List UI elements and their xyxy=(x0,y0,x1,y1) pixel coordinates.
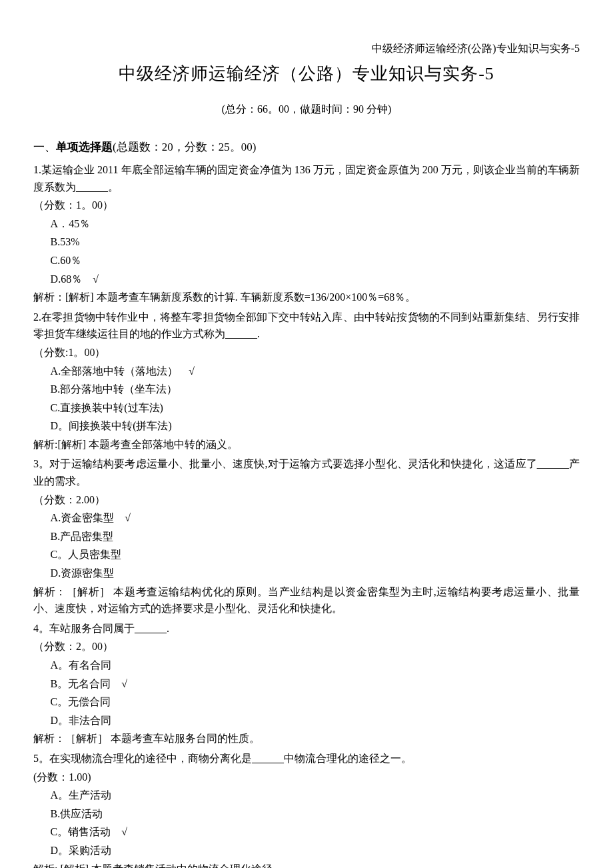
q1-stem-b: 。 xyxy=(108,181,119,193)
blank: ______ xyxy=(225,325,257,343)
q2-option-a-text: A.全部落地中转（落地法） xyxy=(51,365,179,377)
check-mark-icon: √ xyxy=(125,512,131,523)
q1-analysis: 解析：[解析] 本题考查车辆新度系数的计算. 车辆新度系数=136/200×10… xyxy=(33,289,580,306)
exam-meta: (总分：66。00，做题时间：90 分钟) xyxy=(33,101,580,118)
header-right-text: 中级经济师运输经济(公路)专业知识与实务-5 xyxy=(33,40,580,57)
q2-stem-a: 2.在零担货物中转作业中，将整车零担货物全部卸下交中转站入库、由中转站按货物的不… xyxy=(33,311,580,340)
q5-analysis: 解析: [解析] 本题考查销售活动中的物流合理化途径。 xyxy=(33,861,580,868)
q3-stem-a: 3。对于运输结构要考虑运量小、批量小、速度快,对于运输方式要选择小型化、灵活化和… xyxy=(33,458,537,469)
blank: ______ xyxy=(76,179,108,196)
q3-option-a: A.资金密集型√ xyxy=(51,509,580,527)
q3-option-b: B.产品密集型 xyxy=(51,528,580,545)
q3-stem: 3。对于运输结构要考虑运量小、批量小、速度快,对于运输方式要选择小型化、灵活化和… xyxy=(33,455,580,489)
q2-option-a: A.全部落地中转（落地法）√ xyxy=(51,363,580,380)
section-header: 一、单项选择题(总题数：20，分数：25。00) xyxy=(33,138,580,156)
blank: ______ xyxy=(135,620,167,637)
q5-stem-a: 5。在实现物流合理化的途径中，商物分离化是 xyxy=(33,753,252,764)
q1-option-c: C.60％ xyxy=(51,252,580,269)
q4-score: （分数：2。00） xyxy=(33,638,580,655)
check-mark-icon: √ xyxy=(93,273,99,285)
q1-option-a: A．45％ xyxy=(51,215,580,233)
q2-analysis: 解析:[解析] 本题考查全部落地中转的涵义。 xyxy=(33,436,580,453)
blank: ______ xyxy=(537,455,569,473)
page-title: 中级经济师运输经济（公路）专业知识与实务-5 xyxy=(33,60,580,88)
q4-stem-a: 4。车站服务合同属于 xyxy=(33,623,135,634)
q1-option-d: D.68％√ xyxy=(51,271,580,288)
q2-stem: 2.在零担货物中转作业中，将整车零担货物全部卸下交中转站入库、由中转站按货物的不… xyxy=(33,309,580,343)
q5-stem: 5。在实现物流合理化的途径中，商物分离化是______中物流合理化的途径之一。 xyxy=(33,750,580,767)
q4-option-b: B。无名合同√ xyxy=(51,675,580,693)
q2-option-b: B.部分落地中转（坐车法） xyxy=(51,381,580,398)
q2-score: （分数:1。00） xyxy=(33,344,580,361)
q3-score: （分数：2.00） xyxy=(33,491,580,509)
section-type: 单项选择题 xyxy=(56,141,113,153)
q3-analysis: 解析：［解析］ 本题考查运输结构优化的原则。当产业结构是以资金密集型为主时,运输… xyxy=(33,583,580,617)
q2-option-d: D。间接换装中转(拼车法) xyxy=(51,417,580,435)
q1-option-b: B.53% xyxy=(51,233,580,251)
q5-option-b: B.供应活动 xyxy=(51,805,580,823)
q2-stem-b: . xyxy=(257,328,260,339)
q3-option-a-text: A.资金密集型 xyxy=(51,512,115,523)
q4-option-a: A。有名合同 xyxy=(51,657,580,674)
q4-analysis: 解析：［解析］ 本题考查车站服务台同的性质。 xyxy=(33,730,580,747)
check-mark-icon: √ xyxy=(121,826,127,837)
q4-option-b-text: B。无名合同 xyxy=(51,678,111,689)
q5-option-c-text: C。销售活动 xyxy=(51,826,111,837)
q5-score: (分数：1.00) xyxy=(33,769,580,786)
q3-option-d: D.资源密集型 xyxy=(51,565,580,582)
q4-stem: 4。车站服务合同属于______. xyxy=(33,620,580,637)
q4-option-d: D。非法合同 xyxy=(51,712,580,729)
check-mark-icon: √ xyxy=(189,365,195,377)
q5-stem-b: 中物流合理化的途径之一。 xyxy=(284,753,412,764)
q5-option-a: A。生产活动 xyxy=(51,787,580,804)
q1-stem: 1.某运输企业 2011 年底全部运输车辆的固定资金净值为 136 万元，固定资… xyxy=(33,161,580,195)
q2-option-c: C.直接换装中转(过车法) xyxy=(51,399,580,417)
q1-score: （分数：1。00） xyxy=(33,197,580,214)
q5-option-d: D。采购活动 xyxy=(51,842,580,859)
q4-stem-b: . xyxy=(167,623,169,634)
q5-option-c: C。销售活动√ xyxy=(51,823,580,841)
q1-option-d-text: D.68％ xyxy=(51,273,83,285)
section-prefix: 一、 xyxy=(33,141,56,153)
q4-option-c: C。无偿合同 xyxy=(51,693,580,711)
section-detail: (总题数：20，分数：25。00) xyxy=(113,141,256,153)
q3-option-c: C。人员密集型 xyxy=(51,546,580,563)
check-mark-icon: √ xyxy=(121,678,127,689)
blank: ______ xyxy=(252,750,284,767)
